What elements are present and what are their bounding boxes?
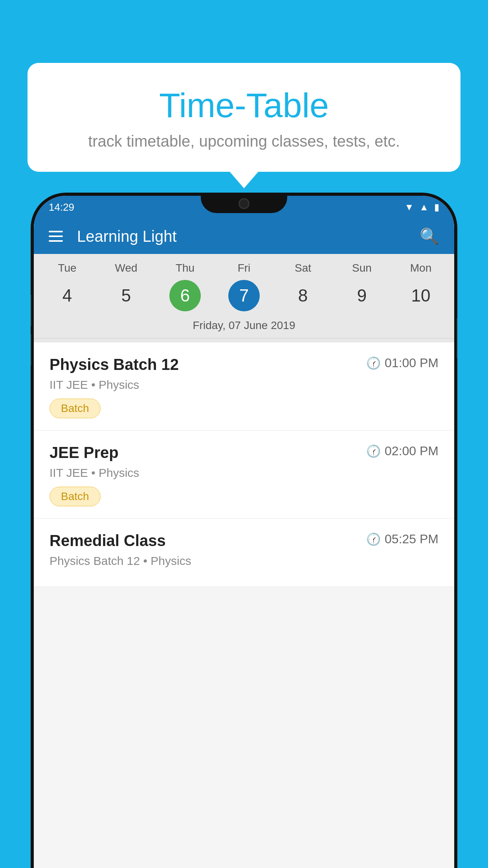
calendar-day-mon[interactable]: Mon10 xyxy=(397,262,444,311)
tooltip-title: Time-Table xyxy=(51,86,437,125)
schedule-item-header: Physics Batch 12🕜 01:00 PM xyxy=(50,356,438,373)
hamburger-icon[interactable] xyxy=(49,231,63,242)
days-row: Tue4Wed5Thu6Fri7Sat8Sun9Mon10 xyxy=(34,262,454,315)
clock-icon: 🕜 xyxy=(366,532,381,546)
day-number[interactable]: 5 xyxy=(110,280,142,311)
schedule-item-header: Remedial Class🕜 05:25 PM xyxy=(50,532,438,550)
schedule-item[interactable]: Physics Batch 12🕜 01:00 PMIIT JEE • Phys… xyxy=(34,342,454,430)
day-name: Wed xyxy=(115,262,137,274)
schedule-list: Physics Batch 12🕜 01:00 PMIIT JEE • Phys… xyxy=(34,342,454,587)
day-name: Mon xyxy=(410,262,431,274)
day-name: Tue xyxy=(58,262,76,274)
day-name: Fri xyxy=(238,262,251,274)
volume-down-button xyxy=(31,334,31,366)
phone-notch xyxy=(201,193,287,213)
day-number[interactable]: 6 xyxy=(169,280,201,311)
day-number[interactable]: 8 xyxy=(287,280,319,311)
schedule-time: 🕜 02:00 PM xyxy=(366,444,438,458)
status-time: 14:29 xyxy=(49,201,74,213)
calendar-day-thu[interactable]: Thu6 xyxy=(161,262,209,311)
schedule-item-header: JEE Prep🕜 02:00 PM xyxy=(50,444,438,462)
selected-date-label: Friday, 07 June 2019 xyxy=(34,315,454,338)
day-number[interactable]: 4 xyxy=(51,280,83,311)
calendar-day-wed[interactable]: Wed5 xyxy=(103,262,150,311)
tooltip-card: Time-Table track timetable, upcoming cla… xyxy=(28,63,460,172)
day-name: Thu xyxy=(176,262,194,274)
calendar-day-sun[interactable]: Sun9 xyxy=(338,262,385,311)
day-number[interactable]: 7 xyxy=(228,280,260,311)
clock-icon: 🕜 xyxy=(366,356,381,370)
phone-camera xyxy=(238,198,250,209)
batch-badge: Batch xyxy=(50,487,101,506)
clock-icon: 🕜 xyxy=(366,444,381,458)
app-bar: Learning Light 🔍 xyxy=(34,219,454,254)
schedule-subtitle: IIT JEE • Physics xyxy=(50,466,438,480)
batch-badge: Batch xyxy=(50,399,101,418)
schedule-item-title: Remedial Class xyxy=(50,532,166,550)
app-title: Learning Light xyxy=(77,228,405,245)
day-name: Sun xyxy=(352,262,372,274)
tooltip-subtitle: track timetable, upcoming classes, tests… xyxy=(51,132,437,150)
power-button xyxy=(457,318,457,358)
phone-frame: 14:29 ▼ ▲ ▮ Learning Light 🔍 xyxy=(31,193,457,868)
schedule-subtitle: Physics Batch 12 • Physics xyxy=(50,554,438,568)
schedule-item[interactable]: Remedial Class🕜 05:25 PMPhysics Batch 12… xyxy=(34,519,454,587)
calendar-day-tue[interactable]: Tue4 xyxy=(44,262,91,311)
day-name: Sat xyxy=(295,262,311,274)
phone-screen: 14:29 ▼ ▲ ▮ Learning Light 🔍 xyxy=(34,196,454,868)
calendar-day-fri[interactable]: Fri7 xyxy=(220,262,268,311)
status-icons: ▼ ▲ ▮ xyxy=(404,202,439,213)
schedule-time: 🕜 01:00 PM xyxy=(366,356,438,370)
day-number[interactable]: 9 xyxy=(346,280,378,311)
schedule-item-title: Physics Batch 12 xyxy=(50,356,179,373)
schedule-time: 🕜 05:25 PM xyxy=(366,532,438,546)
volume-up-button xyxy=(31,295,31,326)
day-number[interactable]: 10 xyxy=(405,280,437,311)
schedule-item-title: JEE Prep xyxy=(50,444,119,462)
wifi-icon: ▼ xyxy=(404,202,414,213)
search-icon[interactable]: 🔍 xyxy=(420,227,439,246)
schedule-item[interactable]: JEE Prep🕜 02:00 PMIIT JEE • PhysicsBatch xyxy=(34,430,454,519)
schedule-subtitle: IIT JEE • Physics xyxy=(50,378,438,392)
battery-icon: ▮ xyxy=(434,202,439,213)
signal-icon: ▲ xyxy=(419,202,429,213)
calendar-day-sat[interactable]: Sat8 xyxy=(279,262,327,311)
calendar-section: Tue4Wed5Thu6Fri7Sat8Sun9Mon10 Friday, 07… xyxy=(34,254,454,342)
